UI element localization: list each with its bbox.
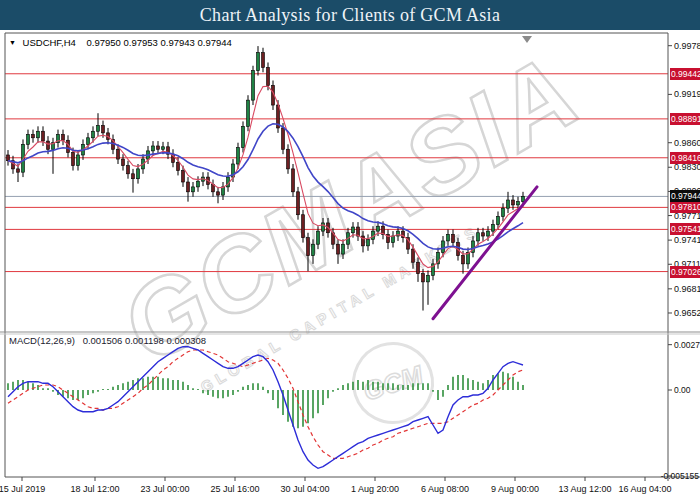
bull-candle (27, 135, 30, 145)
macd-layer (8, 347, 523, 469)
chevron-down-icon[interactable]: ▼ (9, 39, 16, 46)
time-axis[interactable]: 15 Jul 201918 Jul 12:0023 Jul 00:0025 Ju… (0, 481, 700, 500)
bull-candle (522, 196, 525, 201)
bear-candle (62, 135, 65, 141)
macd-header: MACD(12,26,9) 0.001506 0.001198 0.000308 (9, 335, 206, 346)
price-level-badge: 0.97810 (670, 201, 700, 213)
bull-candle (352, 227, 355, 233)
macd-scale-label: -0.005155 (661, 471, 699, 481)
time-axis-label: 13 Aug 12:00 (558, 484, 611, 494)
bull-candle (92, 131, 95, 138)
bull-candle (317, 231, 320, 244)
chart-shift-marker-icon[interactable] (522, 36, 532, 43)
chart-frame (0, 33, 700, 481)
chart-analysis-page: { "title_bar": { "text": "Chart Analysis… (0, 0, 700, 500)
time-axis-label: 23 Jul 00:00 (140, 484, 189, 494)
bull-candle (497, 216, 500, 224)
time-axis-label: 6 Aug 08:00 (421, 484, 469, 494)
bull-candle (137, 169, 140, 179)
bear-candle (102, 126, 105, 133)
bull-candle (312, 244, 315, 255)
bear-candle (177, 162, 180, 170)
bear-candle (282, 128, 285, 149)
price-axis[interactable]: 0.997850.991900.986000.983000.980050.977… (668, 30, 700, 482)
bear-candle (122, 159, 125, 166)
bear-candle (217, 192, 220, 195)
trend-line[interactable] (433, 187, 537, 319)
macd-signal-line (8, 350, 523, 458)
moving-averages-layer (8, 86, 537, 319)
bull-candle (222, 187, 225, 195)
bull-candle (197, 181, 200, 187)
bull-candle (492, 225, 495, 232)
bear-candle (422, 274, 425, 282)
macd-scale-label: 0.00 (674, 385, 691, 395)
bull-candle (447, 234, 450, 241)
bear-candle (42, 131, 45, 141)
time-axis-label: 18 Jul 12:00 (70, 484, 119, 494)
bull-candle (502, 208, 505, 216)
bear-candle (157, 146, 160, 149)
price-level-badge: 0.98416 (670, 152, 700, 164)
ma-fast-line[interactable] (8, 86, 523, 267)
bear-candle (292, 169, 295, 192)
bear-candle (117, 149, 120, 159)
bear-candle (452, 234, 455, 242)
bull-candle (192, 187, 195, 192)
bull-candle (87, 138, 90, 145)
price-tick-label: 0.98600 (674, 138, 700, 148)
time-axis-label: 30 Jul 04:00 (280, 484, 329, 494)
bull-candle (247, 100, 250, 126)
bull-candle (242, 126, 245, 147)
bull-candle (162, 147, 165, 149)
chart-canvas[interactable] (0, 0, 700, 500)
bear-candle (297, 192, 300, 215)
bear-candle (412, 249, 415, 262)
bull-candle (442, 241, 445, 252)
bear-candle (47, 141, 50, 149)
symbol-timeframe-label[interactable]: USDCHF,H4 (23, 37, 76, 48)
bull-candle (257, 53, 260, 71)
ma-slow-line[interactable] (8, 124, 523, 250)
price-tick-label: 0.97410 (674, 235, 700, 245)
bull-candle (507, 200, 510, 208)
bull-candle (517, 202, 520, 205)
bear-candle (7, 155, 10, 161)
candlestick-layer (7, 46, 525, 310)
bull-candle (487, 231, 490, 236)
price-tick-label: 0.96520 (674, 308, 700, 318)
macd-main-line (8, 347, 523, 469)
bull-candle (152, 146, 155, 151)
bear-candle (302, 215, 305, 238)
bear-candle (307, 238, 310, 256)
page-title: Chart Analysis for Clients of GCM Asia (200, 5, 500, 26)
time-axis-label: 16 Aug 04:00 (618, 484, 671, 494)
symbol-ohlc-values: 0.97950 0.97953 0.97943 0.97944 (87, 37, 232, 48)
bull-candle (427, 275, 430, 282)
price-level-badge: 0.98891 (670, 113, 700, 125)
time-axis-label: 9 Aug 00:00 (491, 484, 539, 494)
bear-candle (482, 233, 485, 236)
price-tick-label: 0.99190 (674, 89, 700, 99)
bull-candle (367, 239, 370, 246)
bull-candle (392, 236, 395, 243)
bull-candle (252, 71, 255, 100)
bear-candle (462, 256, 465, 264)
bull-candle (97, 126, 100, 132)
bull-candle (237, 148, 240, 164)
symbol-header: ▼ USDCHF,H4 0.97950 0.97953 0.97943 0.97… (9, 37, 232, 48)
bull-candle (477, 233, 480, 241)
bear-candle (187, 182, 190, 192)
bull-candle (37, 131, 40, 138)
bull-candle (342, 244, 345, 254)
bear-candle (127, 166, 130, 174)
price-level-badge: 0.97541 (670, 223, 700, 235)
bear-candle (72, 153, 75, 166)
bear-candle (262, 53, 265, 68)
bear-candle (287, 149, 290, 169)
macd-scale-label: 0.00272 (674, 340, 700, 350)
time-axis-label: 15 Jul 2019 (0, 484, 45, 494)
bull-candle (322, 223, 325, 231)
price-level-badge: 0.97026 (670, 266, 700, 278)
bear-candle (512, 200, 515, 205)
